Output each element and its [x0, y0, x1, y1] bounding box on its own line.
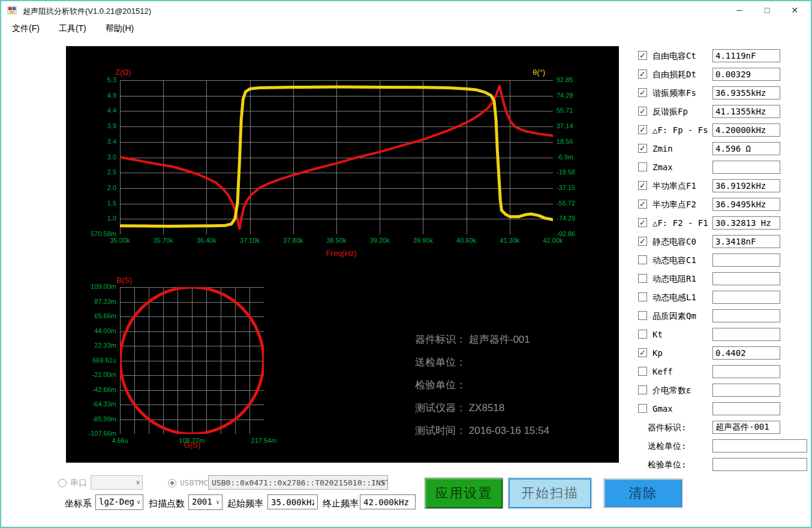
freq-axis-tick: 36.40k [185, 237, 228, 244]
clear-button[interactable]: 清除 [603, 478, 683, 508]
usbtmc-resource-combo[interactable]: USB0::0x0471::0x2786::T020215010::INSTR … [208, 475, 388, 490]
info-line: 送检单位： [415, 355, 549, 378]
result-row: ✓自由损耗Dt [637, 68, 812, 81]
result-row: ✓半功率点F2 [637, 198, 812, 211]
result-label: Kt [652, 330, 663, 339]
result-checkbox[interactable]: ✓ [638, 125, 647, 134]
identity-label: 器件标识: [648, 423, 686, 433]
result-value-field[interactable] [712, 254, 780, 267]
result-value-field[interactable] [712, 198, 780, 211]
menu-item-3[interactable]: 帮助(H) [100, 20, 140, 37]
menu-bar: 文件(F)工具(T)帮助(H) [1, 19, 811, 38]
result-checkbox[interactable] [638, 367, 647, 376]
b-axis-tick: -42.66m [66, 386, 116, 393]
serial-port-combo[interactable]: ∨ [91, 475, 143, 490]
theta-axis-tick: -74.29 [557, 215, 575, 222]
minimize-button[interactable]: ─ [726, 1, 753, 19]
start-frequency-input[interactable] [267, 494, 318, 509]
coordinate-system-combo[interactable]: lgZ-Deg ∨ [95, 494, 143, 510]
result-value-field[interactable] [712, 216, 780, 230]
menu-item-2[interactable]: 工具(T) [53, 20, 92, 37]
result-value-field[interactable] [712, 402, 780, 415]
result-value-field[interactable] [712, 291, 780, 304]
result-checkbox[interactable]: ✓ [638, 237, 647, 246]
result-checkbox[interactable]: ✓ [638, 181, 647, 190]
result-checkbox[interactable]: ✓ [638, 107, 647, 116]
result-checkbox[interactable]: ✓ [638, 70, 647, 79]
result-label: 介电常数ε [652, 385, 691, 396]
result-row: Zmax [637, 161, 812, 174]
result-checkbox[interactable] [638, 162, 647, 171]
b-axis-tick: 44.00m [66, 327, 116, 334]
result-value-field[interactable] [712, 328, 780, 341]
result-checkbox[interactable]: ✓ [638, 144, 647, 153]
identity-row: 检验单位: [637, 458, 812, 471]
freq-axis-tick: 40.60k [445, 237, 488, 244]
result-value-field[interactable] [712, 272, 780, 285]
maximize-button[interactable]: □ [753, 1, 781, 19]
theta-axis-tick: 74.28 [557, 92, 573, 99]
identity-input[interactable] [712, 439, 807, 452]
result-checkbox[interactable] [638, 330, 647, 339]
result-value-field[interactable] [712, 105, 780, 118]
impedance-phase-chart [120, 80, 553, 234]
freq-axis-tick: 37.80k [272, 237, 315, 244]
result-checkbox[interactable] [638, 292, 647, 301]
result-checkbox[interactable] [638, 255, 647, 264]
z-axis-tick: 3.0 [66, 153, 116, 161]
theta-axis-tick: -37.15 [557, 184, 575, 191]
start-scan-button[interactable]: 开始扫描 [509, 478, 591, 508]
usbtmc-resource-value: USB0::0x0471::0x2786::T020215010::INSTR [212, 478, 388, 487]
result-checkbox[interactable]: ✓ [638, 218, 647, 227]
serial-radio[interactable] [58, 479, 67, 487]
result-checkbox[interactable]: ✓ [638, 348, 647, 357]
close-button[interactable]: ✕ [781, 1, 808, 19]
result-checkbox[interactable]: ✓ [638, 51, 647, 60]
result-value-field[interactable] [712, 365, 780, 378]
stop-frequency-input[interactable] [360, 494, 416, 509]
usbtmc-radio[interactable] [168, 479, 176, 487]
result-row: ✓静态电容C0 [637, 235, 812, 248]
z-axis-tick: 2.0 [66, 184, 116, 191]
g-axis-tick: 108.77m [165, 437, 219, 444]
z-axis-tick: 5.3 [66, 76, 116, 83]
stop-frequency-label: 终止频率 [323, 498, 359, 509]
window-controls: ─ □ ✕ [726, 1, 808, 19]
result-label: 动态电感L1 [652, 292, 696, 303]
z-axis-tick: 2.5 [66, 168, 116, 176]
result-value-field[interactable] [712, 86, 780, 99]
result-checkbox[interactable] [638, 385, 647, 394]
result-value-field[interactable] [712, 161, 780, 174]
result-value-field[interactable] [712, 142, 780, 155]
menu-item-1[interactable]: 文件(F) [6, 20, 46, 37]
b-axis-title: B(S) [116, 276, 132, 285]
b-axis-tick: -64.33m [66, 400, 116, 408]
result-value-field[interactable] [712, 384, 780, 397]
result-label: 动态电容C1 [652, 255, 696, 266]
result-value-field[interactable] [712, 123, 780, 137]
theta-axis-tick: 18.56 [557, 138, 573, 145]
result-row: 介电常数ε [637, 384, 812, 397]
apply-settings-button[interactable]: 应用设置 [425, 478, 503, 509]
b-axis-tick: -85.99m [66, 415, 116, 423]
identity-input[interactable] [712, 458, 807, 471]
result-checkbox[interactable] [638, 274, 647, 283]
sweep-points-value: 2001 [192, 497, 212, 506]
result-value-field[interactable] [712, 68, 780, 81]
result-label: △F: Fp - Fs [652, 125, 708, 135]
result-value-field[interactable] [712, 49, 780, 62]
result-checkbox[interactable]: ✓ [638, 200, 647, 209]
app-window: 超声阻抗分析软件(V1.0.21@201512) ─ □ ✕ 文件(F)工具(T… [0, 0, 812, 528]
identity-input[interactable] [712, 421, 780, 434]
freq-axis-tick: 42.00k [531, 237, 575, 244]
b-axis-tick: 22.33m [66, 342, 116, 349]
result-value-field[interactable] [712, 309, 780, 322]
sweep-points-combo[interactable]: 2001 ∨ [188, 494, 222, 510]
result-checkbox[interactable]: ✓ [638, 88, 647, 97]
result-checkbox[interactable] [638, 404, 647, 413]
result-row: Kt [637, 328, 812, 341]
result-checkbox[interactable] [638, 311, 647, 320]
result-value-field[interactable] [712, 179, 780, 192]
result-value-field[interactable] [712, 235, 780, 248]
result-value-field[interactable] [712, 346, 780, 360]
